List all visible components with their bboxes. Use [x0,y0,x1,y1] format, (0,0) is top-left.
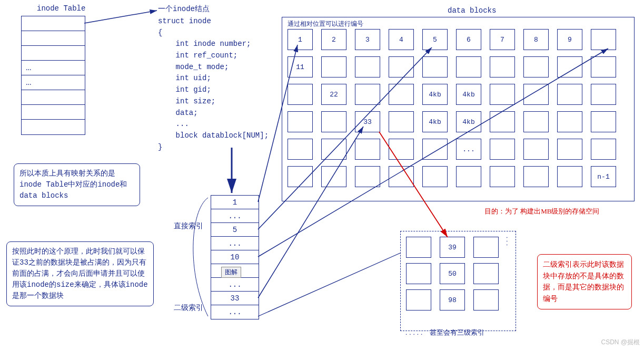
data-block-cell [389,56,414,77]
datablock-list-row: 10 [211,250,259,264]
data-block-cell [456,166,481,187]
inode-table-row: ... [22,61,85,75]
secondary-caption-row: ..... 甚至会有三级索引 [405,328,484,337]
code-line: ... [158,119,274,130]
data-block-cell: 4kb [422,84,448,105]
data-block-cell: 5 [422,29,448,50]
data-block-cell [422,166,448,187]
code-line: int ref_count; [158,50,274,62]
inode-table-row: ... [22,75,85,90]
data-block-cell: 2 [321,29,346,50]
note-sequential-fill: 按照此时的这个原理，此时我们就可以保证33之前的数据块是被占满的，因为只有前面的… [6,241,154,306]
data-block-cell [490,139,515,160]
inode-table-row [22,105,85,120]
data-block-cell [523,111,549,132]
code-line: int inode number; [158,38,274,50]
data-block-cell [355,139,380,160]
inode-table-title: inode Table [37,4,85,13]
secondary-dots: ..... [405,328,424,336]
data-blocks-inner-caption: 通过相对位置可以进行编号 [288,20,363,28]
secondary-index-grid: 39 50 98 [406,237,510,311]
secondary-cell: 98 [440,289,465,311]
data-block-cell [389,111,414,132]
datablock-list-row: ... [211,278,259,292]
data-block-cell [288,84,313,105]
code-line: block datablock[NUM]; [158,130,274,142]
data-block-cell [523,139,549,160]
data-block-cell: 7 [490,29,515,50]
datablock-list-row: 33 [211,292,259,305]
note-secondary-index: 二级索引表示此时该数据块中存放的不是具体的数据，而是其它的数据块的编号 [537,254,632,309]
inode-table-row [22,120,85,134]
code-line: int uid; [158,73,274,84]
inode-struct-code: struct inode { int inode number; int ref… [158,16,274,153]
data-block-cell: 4kb [456,111,481,132]
datablock-list-row: 1 [211,196,259,209]
direct-index-label: 直接索引 [174,221,203,231]
data-block-cell [557,111,582,132]
data-block-cell: ... [456,139,481,160]
data-block-cell [321,139,346,160]
data-block-cell: 4kb [422,111,448,132]
arrow-inoderow-to-struct [84,11,157,23]
secondary-cell [473,289,499,311]
data-block-cell [523,166,549,187]
data-block-cell [288,166,313,187]
secondary-cell [406,289,431,311]
code-line: mode_t mode; [158,62,274,73]
inode-table: ... ... [21,16,85,135]
watermark: CSDN @掘根 [601,338,640,347]
data-block-cell [591,84,616,105]
data-block-cell [389,166,414,187]
code-line: { [158,27,274,39]
data-block-cell [355,84,380,105]
data-block-cell [591,56,616,77]
connector-list-to-secondary [258,253,400,316]
data-block-cell: 9 [557,29,582,50]
data-block-cell [591,111,616,132]
code-line: int gid; [158,84,274,96]
data-block-cell [523,56,549,77]
data-block-cell [557,166,582,187]
data-block-cell [557,139,582,160]
secondary-cell: 50 [440,263,465,284]
data-block-cell [422,139,448,160]
data-block-cell: 6 [456,29,481,50]
secondary-cell [473,237,499,258]
data-block-cell [490,166,515,187]
data-block-cell [490,84,515,105]
data-block-cell [591,29,616,50]
data-block-cell [422,56,448,77]
data-blocks-container: 通过相对位置可以进行编号 12345678911224kb4kb334kb4kb… [282,17,635,201]
code-line: } [158,142,274,153]
data-block-cell: 4kb [456,84,481,105]
secondary-cell [406,263,431,284]
data-block-cell [557,84,582,105]
annotation-button[interactable]: 图解 [221,267,241,278]
data-block-cell [389,84,414,105]
secondary-dots-vert: ... [504,237,512,248]
code-line: data; [158,108,274,119]
datablock-list: 1 ... 5 ... 10 ... ... 33 ... [211,195,259,319]
datablock-list-row: ... [211,237,259,250]
note-mapping: 所以本质上具有映射关系的是inode Table中对应的inode和data b… [14,163,140,206]
purpose-text: 目的：为了 构建出MB级别的存储空间 [484,207,599,216]
inode-table-row [22,90,85,105]
data-block-cell: 11 [288,56,313,77]
data-block-cell: 33 [355,111,380,132]
secondary-index-label: 二级索引 [174,303,203,313]
data-block-cell [389,139,414,160]
inode-table-row [22,46,85,61]
secondary-cell [406,237,431,258]
secondary-cell [473,263,499,284]
data-block-cell [456,56,481,77]
data-block-cell: 4 [389,29,414,50]
data-block-cell [557,56,582,77]
data-block-cell: 22 [321,84,346,105]
data-block-cell [321,56,346,77]
code-line: int size; [158,96,274,108]
data-blocks-title: data blocks [448,6,496,15]
data-block-cell [355,166,380,187]
data-block-cell [321,166,346,187]
code-line: struct inode [158,16,274,27]
